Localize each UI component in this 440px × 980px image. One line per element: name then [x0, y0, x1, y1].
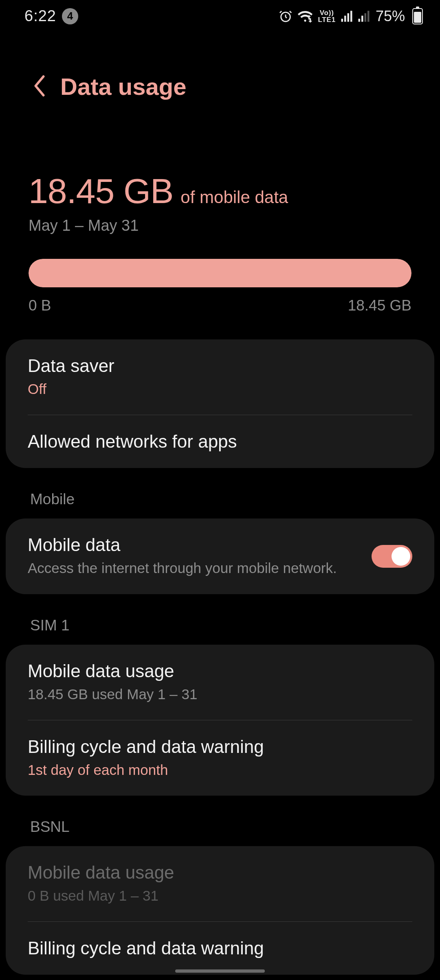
section-header-bsnl: BSNL [6, 796, 434, 846]
notification-count-badge: 4 [62, 8, 78, 24]
battery-percentage: 75% [376, 8, 405, 25]
section-header-mobile: Mobile [6, 468, 434, 518]
bsnl-usage-row[interactable]: Mobile data usage 0 B used May 1 – 31 [6, 846, 434, 921]
page-title: Data usage [60, 73, 186, 100]
usage-progress-max: 18.45 GB [348, 297, 411, 314]
general-settings-card: Data saver Off Allowed networks for apps [6, 339, 434, 468]
mobile-card: Mobile data Access the internet through … [6, 518, 434, 594]
mobile-data-toggle[interactable] [372, 545, 412, 568]
page-header: Data usage [0, 29, 440, 112]
bsnl-billing-row[interactable]: Billing cycle and data warning [6, 922, 434, 975]
home-indicator[interactable] [175, 969, 265, 973]
mobile-data-subtitle: Access the internet through your mobile … [28, 558, 355, 578]
status-time: 6:22 [24, 7, 56, 25]
usage-progress-min: 0 B [29, 297, 51, 314]
bsnl-usage-subtitle: 0 B used May 1 – 31 [28, 886, 412, 905]
data-saver-row[interactable]: Data saver Off [6, 339, 434, 415]
sim1-usage-subtitle: 18.45 GB used May 1 – 31 [28, 685, 412, 704]
allowed-networks-row[interactable]: Allowed networks for apps [6, 415, 434, 468]
usage-amount: 18.45 GB [29, 171, 173, 211]
bsnl-billing-title: Billing cycle and data warning [28, 938, 412, 958]
wifi-icon [297, 9, 313, 23]
sim1-billing-subtitle: 1st day of each month [28, 760, 412, 779]
volte-indicator: Vo)) LTE1 [318, 9, 336, 23]
battery-icon [412, 8, 423, 24]
usage-progress-bar [29, 259, 411, 287]
sim1-usage-row[interactable]: Mobile data usage 18.45 GB used May 1 – … [6, 645, 434, 720]
data-saver-status: Off [28, 379, 412, 398]
status-bar: 6:22 4 Vo)) LTE1 75% [0, 0, 440, 29]
data-saver-title: Data saver [28, 356, 412, 376]
bsnl-card: Mobile data usage 0 B used May 1 – 31 Bi… [6, 846, 434, 975]
allowed-networks-title: Allowed networks for apps [28, 431, 412, 452]
sim1-billing-row[interactable]: Billing cycle and data warning 1st day o… [6, 720, 434, 796]
battery-fill [414, 12, 421, 23]
signal-sim2-icon [358, 10, 370, 22]
mobile-data-row[interactable]: Mobile data Access the internet through … [6, 518, 434, 594]
signal-sim1-icon [341, 10, 353, 22]
section-header-sim1: SIM 1 [6, 594, 434, 645]
bsnl-usage-title: Mobile data usage [28, 862, 412, 883]
usage-summary: 18.45 GB of mobile data May 1 – May 31 0… [0, 112, 440, 314]
usage-suffix: of mobile data [180, 188, 288, 207]
sim1-billing-title: Billing cycle and data warning [28, 737, 412, 757]
usage-date-range: May 1 – May 31 [29, 217, 411, 234]
mobile-data-title: Mobile data [28, 535, 355, 555]
usage-progress-fill [29, 259, 411, 287]
toggle-knob [392, 547, 410, 566]
back-icon[interactable] [33, 75, 46, 98]
alarm-icon [279, 9, 293, 23]
sim1-usage-title: Mobile data usage [28, 661, 412, 681]
sim1-card: Mobile data usage 18.45 GB used May 1 – … [6, 645, 434, 796]
